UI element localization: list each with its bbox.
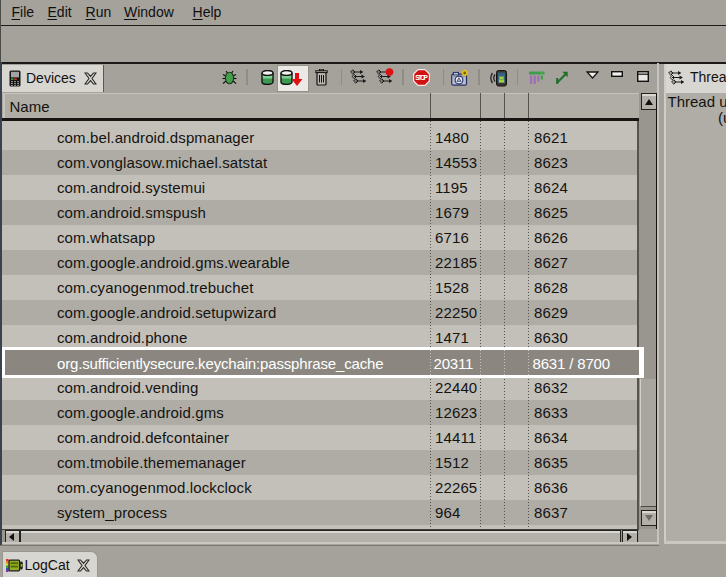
svg-text:STOP: STOP (415, 74, 428, 81)
